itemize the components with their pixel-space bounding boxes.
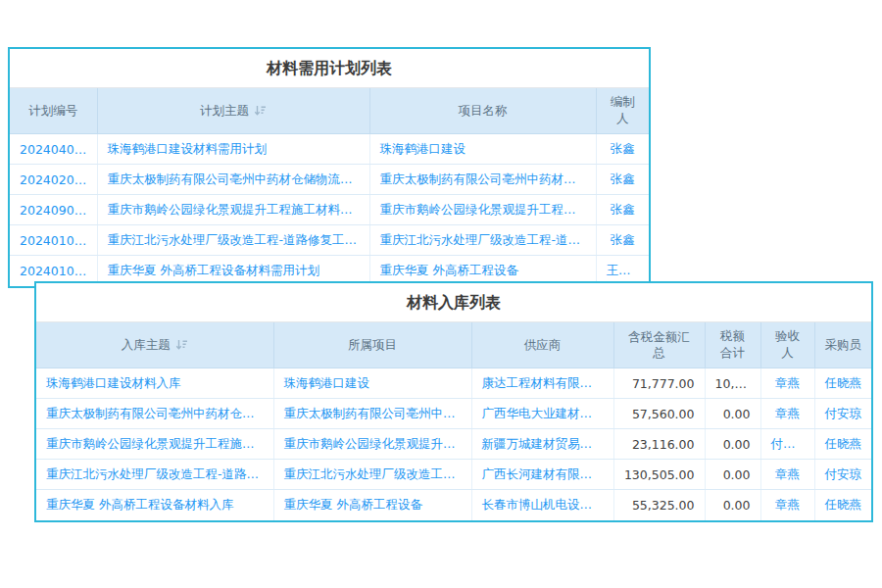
plan-cell-author: 张鑫: [596, 225, 649, 256]
inbound-cell-buyer: 任晓燕: [814, 368, 871, 399]
inbound-cell-amount: 23,116.00: [613, 429, 705, 460]
inbound-table: 入库主题 所属项目 供应商 含税金额汇总 税额合计 验收人 采购员 珠海鹤港口建…: [36, 322, 871, 520]
plan-cell-subject[interactable]: 珠海鹤港口建设材料需用计划: [97, 134, 369, 165]
inbound-col-header-project: 所属项目: [273, 322, 471, 368]
plan-table: 计划编号 计划主题 项目名称 编制人 2024040003 珠海鹤港口建设材料需…: [10, 88, 649, 286]
material-inbound-list-card: 材料入库列表 入库主题 所属项目 供应商 含税金额汇总 税额合计 验收人 采购员…: [34, 281, 873, 522]
inbound-cell-tax: 0.00: [705, 399, 760, 429]
inbound-cell-inspector: 章燕: [760, 368, 814, 399]
inbound-cell-inspector: 章燕: [760, 399, 814, 429]
inbound-cell-inspector: 付安琼: [760, 429, 814, 460]
plan-cell-no[interactable]: 2024090001: [10, 195, 97, 225]
plan-table-header-row: 计划编号 计划主题 项目名称 编制人: [10, 88, 649, 134]
inbound-cell-inspector: 章燕: [760, 490, 814, 520]
inbound-cell-project[interactable]: 重庆市鹅岭公园绿化景观提升工程施工: [273, 429, 471, 460]
plan-cell-subject[interactable]: 重庆市鹅岭公园绿化景观提升工程施工材料需用计划: [97, 195, 369, 225]
inbound-cell-amount: 57,560.00: [613, 399, 705, 429]
inbound-cell-buyer: 任晓燕: [814, 429, 871, 460]
inbound-col-header-tax: 税额合计: [705, 322, 760, 368]
inbound-cell-buyer: 任晓燕: [814, 490, 871, 520]
plan-cell-no[interactable]: 2024040003: [10, 134, 97, 165]
inbound-col-header-amount-label: 含税金额汇总: [627, 329, 692, 362]
plan-col-header-author: 编制人: [596, 88, 649, 134]
plan-col-header-no: 计划编号: [10, 88, 97, 134]
inbound-col-header-supplier: 供应商: [471, 322, 613, 368]
plan-cell-subject[interactable]: 重庆太极制药有限公司亳州中药材仓储物流基地项目...: [97, 165, 369, 195]
inbound-cell-buyer: 付安琼: [814, 399, 871, 429]
inbound-list-title: 材料入库列表: [36, 283, 871, 322]
plan-cell-project[interactable]: 重庆江北污水处理厂级改造工程-道路修复工程: [369, 225, 596, 256]
plan-cell-project[interactable]: 重庆太极制药有限公司亳州中药材仓储物流...: [369, 165, 596, 195]
inbound-table-body: 珠海鹤港口建设材料入库 珠海鹤港口建设 康达工程材料有限公司 71,777.00…: [36, 368, 871, 520]
plan-cell-project[interactable]: 重庆市鹅岭公园绿化景观提升工程施工: [369, 195, 596, 225]
inbound-cell-project[interactable]: 重庆华夏 外高桥工程设备: [273, 490, 471, 520]
plan-table-body: 2024040003 珠海鹤港口建设材料需用计划 珠海鹤港口建设 张鑫 2024…: [10, 134, 649, 286]
plan-table-row[interactable]: 2024010011 重庆江北污水处理厂级改造工程-道路修复工程主要材料 重庆江…: [10, 225, 649, 256]
inbound-cell-project[interactable]: 珠海鹤港口建设: [273, 368, 471, 399]
plan-cell-no[interactable]: 2024020004: [10, 165, 97, 195]
inbound-col-header-inspector: 验收人: [760, 322, 814, 368]
inbound-table-row[interactable]: 重庆江北污水处理厂级改造工程-道路修复工程... 重庆江北污水处理厂级改造工程-…: [36, 460, 871, 490]
plan-cell-author: 张鑫: [596, 165, 649, 195]
inbound-cell-amount: 71,777.00: [613, 368, 705, 399]
inbound-cell-tax: 10,42...: [705, 368, 760, 399]
plan-cell-author: 张鑫: [596, 134, 649, 165]
plan-table-row[interactable]: 2024040003 珠海鹤港口建设材料需用计划 珠海鹤港口建设 张鑫: [10, 134, 649, 165]
inbound-col-header-buyer: 采购员: [814, 322, 871, 368]
inbound-cell-supplier[interactable]: 广西长河建材有限公司: [471, 460, 613, 490]
sort-icon[interactable]: [254, 104, 267, 117]
inbound-cell-subject[interactable]: 重庆太极制药有限公司亳州中药材仓储物流基...: [36, 399, 273, 429]
inbound-cell-tax: 0.00: [705, 460, 760, 490]
inbound-cell-subject[interactable]: 重庆市鹅岭公园绿化景观提升工程施工材料入库: [36, 429, 273, 460]
plan-table-row[interactable]: 2024020004 重庆太极制药有限公司亳州中药材仓储物流基地项目... 重庆…: [10, 165, 649, 195]
inbound-cell-subject[interactable]: 珠海鹤港口建设材料入库: [36, 368, 273, 399]
inbound-cell-project[interactable]: 重庆江北污水处理厂级改造工程-道路...: [273, 460, 471, 490]
inbound-cell-project[interactable]: 重庆太极制药有限公司亳州中药材仓...: [273, 399, 471, 429]
inbound-table-row[interactable]: 重庆太极制药有限公司亳州中药材仓储物流基... 重庆太极制药有限公司亳州中药材仓…: [36, 399, 871, 429]
inbound-cell-amount: 130,505.00: [613, 460, 705, 490]
inbound-cell-amount: 55,325.00: [613, 490, 705, 520]
plan-col-header-subject[interactable]: 计划主题: [97, 88, 369, 134]
plan-list-title: 材料需用计划列表: [10, 49, 649, 88]
inbound-cell-tax: 0.00: [705, 490, 760, 520]
inbound-cell-buyer: 付安琼: [814, 460, 871, 490]
inbound-table-row[interactable]: 珠海鹤港口建设材料入库 珠海鹤港口建设 康达工程材料有限公司 71,777.00…: [36, 368, 871, 399]
inbound-cell-supplier[interactable]: 新疆万城建材贸易有限公司: [471, 429, 613, 460]
inbound-cell-tax: 0.00: [705, 429, 760, 460]
plan-cell-no[interactable]: 2024010011: [10, 225, 97, 256]
inbound-col-header-amount: 含税金额汇总: [613, 322, 705, 368]
plan-cell-project[interactable]: 珠海鹤港口建设: [369, 134, 596, 165]
inbound-cell-supplier[interactable]: 康达工程材料有限公司: [471, 368, 613, 399]
inbound-table-row[interactable]: 重庆华夏 外高桥工程设备材料入库 重庆华夏 外高桥工程设备 长春市博山机电设备有…: [36, 490, 871, 520]
inbound-cell-subject[interactable]: 重庆江北污水处理厂级改造工程-道路修复工程...: [36, 460, 273, 490]
inbound-cell-inspector: 章燕: [760, 460, 814, 490]
inbound-table-row[interactable]: 重庆市鹅岭公园绿化景观提升工程施工材料入库 重庆市鹅岭公园绿化景观提升工程施工 …: [36, 429, 871, 460]
plan-col-header-subject-label: 计划主题: [200, 103, 249, 118]
inbound-col-header-subject[interactable]: 入库主题: [36, 322, 273, 368]
inbound-cell-supplier[interactable]: 长春市博山机电设备有限公司: [471, 490, 613, 520]
inbound-cell-supplier[interactable]: 广西华电大业建材有限公司: [471, 399, 613, 429]
inbound-cell-subject[interactable]: 重庆华夏 外高桥工程设备材料入库: [36, 490, 273, 520]
plan-cell-author: 张鑫: [596, 195, 649, 225]
inbound-col-header-subject-label: 入库主题: [122, 337, 171, 352]
plan-col-header-project: 项目名称: [369, 88, 596, 134]
inbound-table-header-row: 入库主题 所属项目 供应商 含税金额汇总 税额合计 验收人 采购员: [36, 322, 871, 368]
plan-cell-subject[interactable]: 重庆江北污水处理厂级改造工程-道路修复工程主要材料: [97, 225, 369, 256]
sort-icon[interactable]: [175, 338, 188, 351]
material-plan-list-card: 材料需用计划列表 计划编号 计划主题 项目名称 编制人 2024040003 珠…: [8, 47, 651, 288]
plan-table-row[interactable]: 2024090001 重庆市鹅岭公园绿化景观提升工程施工材料需用计划 重庆市鹅岭…: [10, 195, 649, 225]
